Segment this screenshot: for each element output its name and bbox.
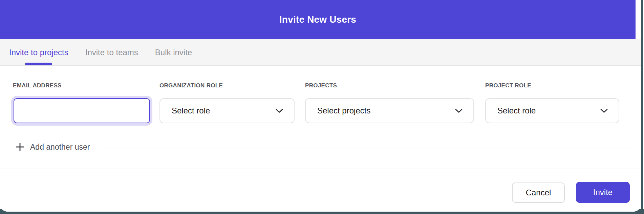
- tab-bar: Invite to projects Invite to teams Bulk …: [0, 39, 641, 66]
- tab-label: Invite to teams: [85, 48, 138, 57]
- active-tab-underline: [25, 63, 52, 65]
- email-address-label: EMAIL ADDRESS: [13, 82, 62, 89]
- projects-label: PROJECTS: [305, 82, 337, 89]
- project-role-select-value: Select role: [497, 106, 536, 115]
- tab-invite-to-teams[interactable]: Invite to teams: [85, 39, 138, 65]
- organization-role-select-value: Select role: [172, 106, 210, 115]
- organization-role-label: ORGANIZATION ROLE: [159, 82, 223, 89]
- organization-role-select[interactable]: Select role: [159, 98, 295, 123]
- chevron-down-icon: [600, 109, 608, 113]
- chevron-down-icon: [276, 109, 283, 113]
- screenshot-canvas: Invite New Users Invite to projects Invi…: [0, 0, 644, 214]
- page-background-right-strip: [641, 0, 643, 214]
- cancel-button[interactable]: Cancel: [512, 183, 565, 203]
- tab-bulk-invite[interactable]: Bulk invite: [155, 39, 192, 65]
- projects-select[interactable]: Select projects: [305, 98, 474, 123]
- chevron-down-icon: [455, 109, 463, 113]
- add-another-user-label: Add another user: [30, 143, 90, 152]
- modal-footer: Cancel Invite: [0, 169, 641, 212]
- add-user-divider: [104, 148, 630, 148]
- tab-label: Invite to projects: [9, 48, 68, 57]
- invite-button[interactable]: Invite: [576, 182, 630, 203]
- modal-header: Invite New Users: [0, 0, 636, 39]
- project-role-select[interactable]: Select role: [485, 98, 619, 123]
- invite-new-users-modal: Invite New Users Invite to projects Invi…: [0, 0, 641, 212]
- tab-label: Bulk invite: [155, 48, 192, 57]
- plus-icon: [15, 142, 25, 152]
- add-another-user-button[interactable]: Add another user: [15, 142, 90, 152]
- project-role-label: PROJECT ROLE: [485, 82, 531, 89]
- tab-invite-to-projects[interactable]: Invite to projects: [9, 39, 68, 65]
- projects-select-value: Select projects: [317, 106, 370, 115]
- modal-title: Invite New Users: [279, 14, 356, 25]
- email-field[interactable]: [14, 98, 150, 123]
